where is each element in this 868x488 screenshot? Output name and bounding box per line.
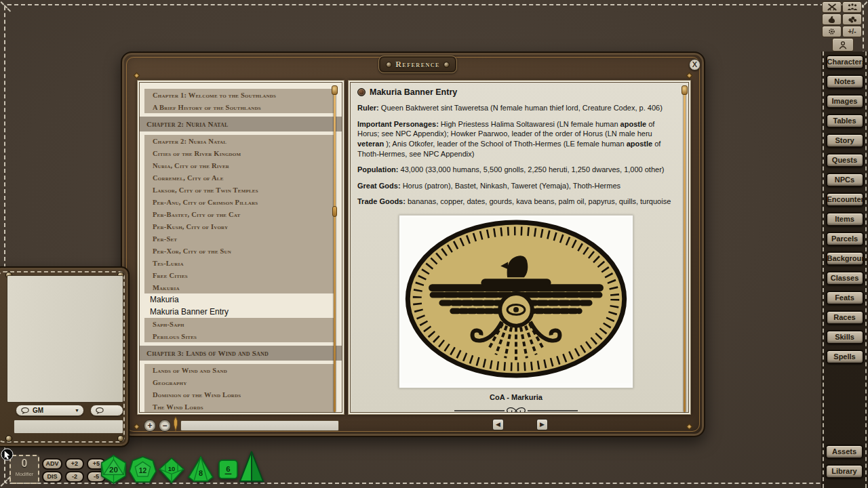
toc-item[interactable]: Per-Bastet, City of the Cat [144, 208, 335, 220]
advantage-button[interactable]: ADV [42, 458, 62, 470]
article-paragraph: Important Personages: High Priestess Hal… [357, 119, 675, 159]
sidebar-button-tables[interactable]: Tables [826, 114, 864, 128]
d4-die[interactable] [239, 450, 264, 484]
sidebar-button-notes[interactable]: Notes [826, 75, 864, 89]
nav-prev-button[interactable]: ◀ [492, 419, 504, 430]
minus-2-button[interactable]: -2 [65, 471, 84, 483]
window-title-plate[interactable]: Reference [378, 56, 457, 73]
article: Makuria Banner Entry Ruler: Queen Baktwe… [350, 82, 689, 413]
toc-item[interactable]: Chapter 3: Lands of Wind and Sand [140, 346, 342, 361]
d20-die[interactable]: 20 [99, 455, 128, 484]
chat-input[interactable] [14, 420, 123, 434]
sidebar-button-npcs[interactable]: NPCs [826, 173, 864, 187]
toc-item[interactable]: Dominion of the Wind Lords [144, 388, 335, 401]
zoom-in-button[interactable]: + [144, 420, 156, 432]
character-select-icon[interactable] [832, 38, 854, 52]
chat-log[interactable] [7, 275, 123, 403]
sidebar-button-characters[interactable]: Characters [826, 55, 864, 69]
toc-scrollbar-handle[interactable] [332, 85, 338, 95]
rivet-icon [443, 62, 450, 68]
disadvantage-button[interactable]: DIS [42, 471, 62, 483]
chat-speaker-dropdown[interactable]: GM ▼ [16, 405, 84, 416]
modifier-box[interactable]: 0 Modifier [9, 455, 39, 484]
toc-item[interactable]: Makuria [140, 293, 342, 306]
sidebar-button-assets[interactable]: Assets [825, 445, 863, 459]
sidebar-button-items[interactable]: Items [826, 212, 864, 226]
sidebar-button-classes[interactable]: Classes [826, 271, 864, 285]
chat-mode-button[interactable] [90, 405, 123, 416]
chat-speaker-value: GM [33, 407, 43, 414]
toc-item[interactable]: Per-Set [144, 232, 335, 245]
toc-scrollbar-thumb[interactable] [332, 206, 337, 217]
toc-panel: Chapter 1: Welcome to the SouthlandsA Br… [137, 80, 344, 415]
toc-item[interactable]: Per-Kush, City of Ivory [144, 220, 335, 232]
article-header: Makuria Banner Entry [357, 87, 675, 97]
article-title: Makuria Banner Entry [370, 87, 457, 97]
corner-ornament [686, 73, 693, 79]
toc-item[interactable]: Geography [144, 376, 335, 388]
toc-item[interactable]: Tes-Luria [144, 257, 335, 269]
toc-item[interactable]: Makuria Banner Entry [140, 306, 342, 318]
toc-item[interactable]: Nuria, City of the River [144, 159, 335, 171]
right-sidebar-buttons: CharactersNotesImagesTablesStoryQuestsNP… [821, 55, 868, 364]
toc-item[interactable]: Makuria [144, 281, 335, 293]
sidebar-button-quests[interactable]: Quests [826, 153, 864, 167]
toc-search-input[interactable] [180, 420, 339, 431]
toc-item[interactable]: Per-Anu, City of Crimson Pillars [144, 196, 335, 208]
fantasy-grounds-desktop: +/- CharactersNotesImagesTablesStoryQues… [0, 0, 868, 488]
options-gear-icon[interactable] [822, 26, 842, 37]
toc-item[interactable]: Corremel, City of Ale [144, 171, 335, 184]
svg-text:20: 20 [109, 465, 119, 474]
toc-item[interactable]: Per-Xor, City of the Sun [144, 245, 335, 257]
toc-item[interactable]: Chapter 1: Welcome to the Southlands [144, 89, 335, 101]
speech-bubble-icon [20, 407, 30, 415]
toc-item[interactable]: Lands of Wind and Sand [144, 364, 335, 376]
article-paragraph: Great Gods: Horus (patron), Bastet, Nink… [357, 181, 675, 191]
coa-image[interactable] [399, 215, 633, 388]
sidebar-button-spells[interactable]: Spells [826, 350, 864, 364]
toc-item[interactable]: Chapter 2: Nuria Natal [144, 135, 335, 147]
close-icon[interactable]: X [689, 59, 701, 70]
d6-die[interactable]: 6 [218, 459, 239, 480]
sidebar-button-images[interactable]: Images [826, 94, 864, 108]
toc-item[interactable]: The Wind Lords [144, 401, 335, 413]
modifiers-icon[interactable]: +/- [842, 26, 862, 37]
article-scrollbar[interactable] [684, 88, 686, 412]
rivet-icon [5, 435, 12, 442]
sidebar-button-library[interactable]: Library [825, 464, 863, 479]
toc-item[interactable]: A Brief History of the Southlands [144, 101, 335, 113]
modifier-value: 0 [11, 456, 38, 471]
article-paragraphs: Ruler: Queen Baktweret sint Taweretsa (N… [357, 103, 675, 207]
d10-die[interactable]: 10 [158, 458, 185, 483]
toc-scrollbar[interactable] [334, 88, 336, 412]
sidebar-button-feats[interactable]: Feats [826, 291, 864, 305]
article-scrollbar-handle[interactable] [682, 85, 688, 95]
quill-icon[interactable] [172, 416, 179, 432]
sidebar-button-races[interactable]: Races [826, 310, 864, 325]
speech-bubble-icon [95, 407, 104, 415]
sidebar-button-skills[interactable]: Skills [826, 330, 864, 344]
plus-2-button[interactable]: +2 [65, 458, 84, 470]
toc-item[interactable]: Laksor, City of the Twin Temples [144, 184, 335, 196]
d8-die[interactable]: 8 [187, 455, 214, 483]
sidebar-button-story[interactable]: Story [826, 134, 864, 148]
zoom-out-button[interactable]: − [159, 420, 171, 432]
toc-item[interactable]: Saph-Saph [144, 318, 335, 330]
window-title: Reference [395, 60, 440, 70]
sidebar-button-parcels[interactable]: Parcels [826, 232, 864, 246]
dice-bag-icon[interactable] [822, 14, 842, 25]
chat-window: GM ▼ [0, 266, 130, 447]
nav-next-button[interactable]: ▶ [536, 419, 548, 430]
flourish-divider [452, 405, 580, 413]
toc-item[interactable]: Chapter 2: Nuria Natal [140, 117, 342, 131]
sidebar-button-encounters[interactable]: Encounters [826, 192, 864, 207]
party-sheet-icon[interactable] [842, 1, 862, 13]
sidebar-button-backgrounds[interactable]: Backgrounds [826, 251, 864, 266]
d12-die[interactable]: 12 [129, 456, 157, 484]
toc-item[interactable]: Free Cities [144, 269, 335, 281]
combat-tracker-icon[interactable] [822, 1, 842, 13]
toc-item[interactable]: Cities of the River Kingdom [144, 147, 335, 159]
toc-item[interactable]: Perilous Sites [144, 330, 335, 342]
tokens-icon[interactable] [842, 14, 862, 25]
corner-ornament [686, 424, 693, 430]
